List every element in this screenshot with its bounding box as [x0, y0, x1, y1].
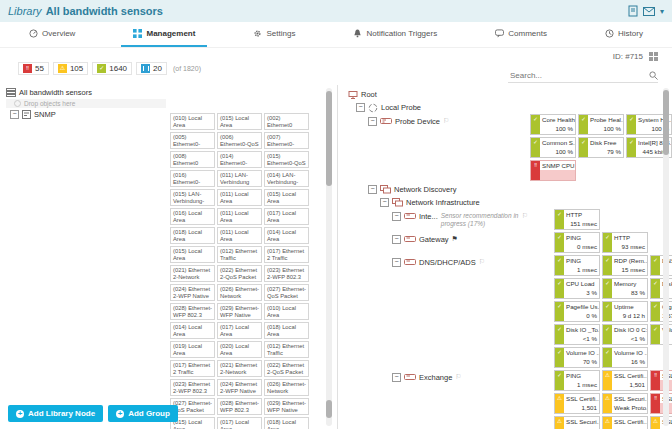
interface-cell[interactable]: (015) Ethernet0-QoS Packet [264, 151, 309, 168]
interface-cell[interactable]: (015) Local Area [264, 189, 309, 206]
collapse-icon[interactable]: − [392, 373, 401, 382]
collapse-icon[interactable]: − [356, 103, 365, 112]
sensor-box[interactable]: ✓ PING0 msec [554, 232, 600, 253]
collapse-icon[interactable]: − [392, 212, 401, 221]
tree-node-network-discovery[interactable]: − Network Discovery [342, 183, 660, 196]
sensor-box[interactable]: ✓ Common S...100 % [530, 137, 576, 158]
interface-cell[interactable]: (010) Local Area [170, 113, 215, 130]
interface-cell[interactable]: (020) Local Area [217, 341, 262, 358]
sensor-box[interactable]: ✓ Disk IO 0 C:<1 % [602, 324, 648, 345]
collapse-icon[interactable]: − [368, 185, 377, 194]
interface-cell[interactable]: (018) Local Area [170, 227, 215, 244]
tree-node-probe-device[interactable]: − Probe Device ⚐ [342, 114, 530, 181]
tab-overview[interactable]: Overview [17, 22, 87, 47]
interface-cell[interactable]: (010) Local Area [264, 303, 309, 320]
interface-cell[interactable]: (017) Local Area [264, 208, 309, 225]
left-scroll-thumb-bottom[interactable] [326, 400, 332, 418]
interface-cell[interactable]: (005) Ethernet0-WFP Native [170, 132, 215, 149]
right-scrollbar[interactable] [663, 88, 669, 426]
sensor-box[interactable]: ✓ Disk IO _To...<1 % [554, 324, 600, 345]
tree-node-gateway[interactable]: − Gateway ⚑ [342, 232, 554, 253]
drop-target[interactable]: Drop objects here [6, 99, 166, 108]
interface-cell[interactable]: (029) Ethernet-WFP Native [264, 398, 309, 415]
sensor-box[interactable]: ✓ PING1 msec [554, 370, 600, 391]
interface-cell[interactable]: (016) Ethernet0-WFP 802.3 [170, 170, 215, 187]
sensor-box[interactable]: ✓ Volume IO ...16 % [602, 347, 648, 368]
status-chip-ok[interactable]: ✓ 1640 [92, 62, 132, 75]
tree-node-network-infrastructure[interactable]: − Network Infrastructure [342, 196, 660, 209]
tab-management[interactable]: Management [121, 22, 207, 47]
library-node-snmp[interactable]: − SNMP [6, 109, 166, 120]
sensor-box[interactable]: ✓ HTTP93 msec [602, 232, 648, 253]
interface-cell[interactable]: (026) Ethernet-Network [264, 379, 309, 396]
tab-notification-triggers[interactable]: Notification Triggers [341, 22, 449, 47]
interface-cell[interactable]: (016) Local Area [170, 208, 215, 225]
interface-cell[interactable]: (012) Ethernet Traffic [264, 341, 309, 358]
search-box[interactable] [508, 68, 658, 83]
interface-cell[interactable]: (014) Ethernet0-WFP Native [217, 151, 262, 168]
collapse-icon[interactable]: − [380, 198, 389, 207]
interface-cell[interactable]: (011) Local Area [217, 189, 262, 206]
interface-cell[interactable]: (026) Ethernet-Network [217, 284, 262, 301]
tab-comments[interactable]: Comments [483, 22, 559, 47]
sensor-box[interactable]: ⚠ SSL Certifi...1,501 [602, 416, 648, 429]
status-chip-error[interactable]: ‼ 55 [18, 62, 49, 75]
search-icon[interactable] [649, 71, 658, 80]
interface-cell[interactable]: (022) Ethernet 2-QoS Packet [264, 360, 309, 377]
tab-settings[interactable]: Settings [241, 22, 307, 47]
interface-cell[interactable]: (014) LAN-Verbindung-QoS [264, 170, 309, 187]
interface-cell[interactable]: (021) Ethernet 2-Network [170, 265, 215, 282]
interface-cell[interactable]: (015) LAN-Verbindung- [170, 189, 215, 206]
interface-cell[interactable]: (017) Ethernet 2 Traffic [264, 246, 309, 263]
interface-cell[interactable]: (028) Ethernet-WFP 802.3 [170, 303, 215, 320]
interface-cell[interactable]: (007) Ethernet0-WFP 802.3 [264, 132, 309, 149]
sensor-box[interactable]: ✓ CPU Load3 % [554, 278, 600, 299]
sensor-box[interactable]: ✓ Uptime9 d 12 h [602, 301, 648, 322]
interface-cell[interactable]: (008) Ethernet0 Traffic [170, 151, 215, 168]
sensor-box[interactable]: ✓ Core Health100 % [530, 114, 576, 135]
interface-cell[interactable]: (018) Local Area [264, 417, 309, 429]
interface-cell[interactable]: (014) Local Area [264, 227, 309, 244]
search-input[interactable] [508, 70, 649, 81]
tree-node-root[interactable]: Root [342, 88, 660, 101]
left-scroll-thumb[interactable] [326, 91, 332, 186]
collapse-icon[interactable]: − [368, 117, 377, 126]
collapse-icon[interactable]: − [10, 110, 19, 119]
interface-cell[interactable]: (015) Local Area [217, 113, 262, 130]
sensor-box[interactable]: ‼ SNMP CPU... [530, 160, 576, 181]
interface-cell[interactable]: (019) Local Area [170, 341, 215, 358]
interface-cell[interactable]: (024) Ethernet 2-WFP Native [217, 379, 262, 396]
interface-cell[interactable]: (014) Local Area [170, 322, 215, 339]
sensor-box[interactable]: ⚠ SSL Certifi...1,501 [602, 370, 648, 391]
report-icon[interactable] [628, 5, 638, 17]
interface-cell[interactable]: (017) Local Area [217, 322, 262, 339]
sensor-box[interactable]: ✓ PING1 msec [554, 255, 600, 276]
left-scrollbar[interactable] [326, 88, 332, 426]
interface-cell[interactable]: (023) Ethernet 2-WFP 802.3 [264, 265, 309, 282]
library-root-node[interactable]: All bandwidth sensors [6, 87, 166, 98]
interface-cell[interactable]: (006) Ethernet0-QoS Packet [217, 132, 262, 149]
sensor-box[interactable]: ✓ Memory83 % [602, 278, 648, 299]
tree-node-local-probe[interactable]: − Local Probe [342, 101, 660, 114]
tree-node-exchange[interactable]: − Exchange ⚐ [342, 370, 554, 429]
sensor-box[interactable]: ✓ Volume IO ...70 % [554, 347, 600, 368]
interface-cell[interactable]: (017) Local Area [217, 417, 262, 429]
interface-cell[interactable]: (011) Local Area [217, 227, 262, 244]
interface-cell[interactable]: (024) Ethernet 2-WFP Native [170, 284, 215, 301]
interface-cell[interactable]: (023) Ethernet 2-WFP 802.3 [170, 379, 215, 396]
interface-cell[interactable]: (011) LAN-Verbindung [217, 170, 262, 187]
interface-cell[interactable]: (018) Local Area [264, 322, 309, 339]
interface-cell[interactable]: (027) Ethernet-QoS Packet [264, 284, 309, 301]
sensor-box[interactable]: ✓ RDP (Rem...15 msec [602, 255, 648, 276]
collapse-icon[interactable]: − [392, 235, 401, 244]
right-scroll-thumb[interactable] [663, 90, 669, 155]
interface-cell[interactable]: (017) Ethernet 2 Traffic [170, 360, 215, 377]
sensor-box[interactable]: ✓ Pagefile Us...0 % [554, 301, 600, 322]
sensor-box[interactable]: ✓ Probe Heal...100 % [578, 114, 624, 135]
interface-cell[interactable]: (011) Local Area [217, 208, 262, 225]
tab-history[interactable]: History [593, 22, 655, 47]
chevron-down-icon[interactable]: ▾ [660, 7, 664, 16]
interface-cell[interactable]: (002) Ethernet0 Traffic [264, 113, 309, 130]
sensor-box[interactable]: ⚠ SSL Securi...Weak Proto... [554, 416, 600, 429]
interface-cell[interactable]: (021) Ethernet 2-Network [217, 360, 262, 377]
